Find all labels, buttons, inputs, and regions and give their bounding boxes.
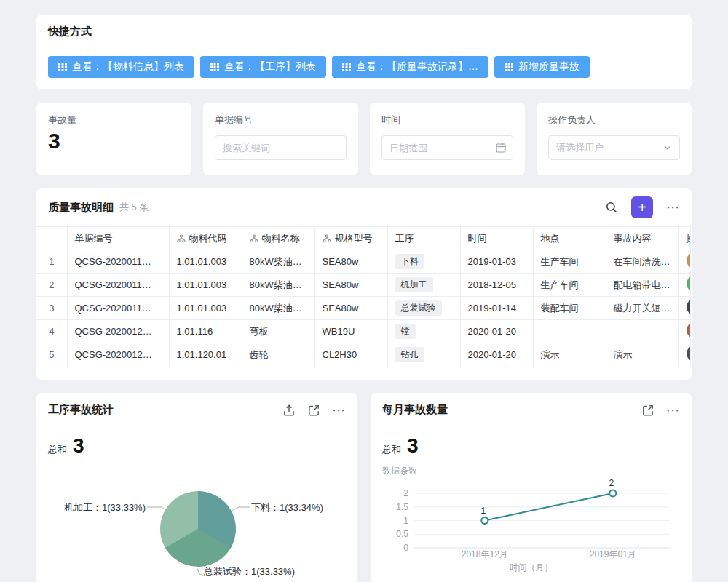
column-header-material-code[interactable]: 物料代码 — [169, 227, 242, 250]
cell-spec: SEA80w — [314, 274, 387, 297]
cell-spec: WB19U — [314, 320, 387, 343]
export-icon[interactable] — [282, 404, 296, 417]
cell-material-name: 80kW柴油… — [242, 297, 314, 320]
process-tag: 机加工 — [395, 277, 433, 292]
add-record-button[interactable]: + — [631, 196, 653, 218]
cell-content: 演示 — [606, 343, 678, 367]
cell-place: 生产车间 — [533, 250, 606, 274]
column-header-content[interactable]: 事故内容 — [606, 227, 678, 250]
shortcut-button-view-process-list[interactable]: 查看：【工序】列表 — [200, 56, 326, 78]
filter-label: 单据编号 — [215, 113, 347, 127]
cell-material-name: 齿轮 — [242, 343, 314, 367]
more-options-icon[interactable]: ⋯ — [666, 201, 680, 214]
cell-spec: CL2H30 — [314, 343, 387, 367]
pie-slice-label: 下料：1(33.34%) — [251, 501, 323, 514]
process-tag: 总装试验 — [395, 300, 442, 316]
more-options-icon[interactable]: ⋯ — [332, 404, 346, 417]
user-select-placeholder: 请选择用户 — [556, 141, 604, 154]
column-header-process[interactable]: 工序 — [387, 227, 460, 250]
column-header-label: 地点 — [541, 232, 560, 245]
chart-title: 工序事故统计 — [48, 403, 114, 417]
open-in-new-icon[interactable] — [307, 404, 320, 417]
open-in-new-icon[interactable] — [641, 404, 654, 417]
user-select[interactable]: 请选择用户 — [548, 135, 680, 160]
cell-material-code: 1.01.116 — [169, 320, 242, 343]
column-header-label: 物料代码 — [189, 232, 227, 245]
chart-title: 每月事故数量 — [382, 403, 448, 417]
svg-text:2018年12月: 2018年12月 — [462, 549, 508, 559]
cell-place: 生产车间 — [533, 274, 606, 297]
doc-number-search-input[interactable] — [215, 135, 347, 160]
cell-owner — [678, 320, 690, 343]
row-index: 4 — [36, 320, 67, 343]
dashboard-page: 快捷方式 查看：【物料信息】列表 查看：【工序】列表 查看：【质量事故记录】… … — [0, 0, 728, 582]
column-header-material-name[interactable]: 物料名称 — [242, 227, 314, 250]
stat-label: 事故量 — [48, 113, 180, 127]
total-label: 总和 — [382, 443, 401, 456]
chevron-down-icon — [663, 143, 672, 152]
filter-card-operator: 操作负责人 请选择用户 — [537, 103, 692, 175]
date-range-input[interactable] — [381, 135, 513, 160]
column-header-label: 规格型号 — [335, 232, 373, 245]
row-index: 1 — [36, 250, 67, 274]
avatar — [687, 299, 691, 315]
shortcut-button-label: 查看：【工序】列表 — [224, 60, 316, 73]
cell-doc-number: QCSG-2020011… — [67, 250, 169, 274]
cell-time: 2020-01-20 — [460, 343, 533, 367]
cell-process: 下料 — [387, 250, 460, 274]
x-axis-title: 时间（月） — [382, 562, 680, 574]
table-header-row: 单据编号 物料代码 物料名称 规格型号 工序 时间 地点 事故内容 操 — [36, 227, 690, 250]
grid-icon — [342, 63, 351, 71]
column-header-label: 时间 — [468, 232, 487, 245]
svg-text:2: 2 — [403, 488, 408, 498]
cell-process: 钻孔 — [387, 343, 460, 367]
shortcut-button-view-accident-records[interactable]: 查看：【质量事故记录】… — [332, 56, 488, 78]
cell-place — [533, 320, 606, 343]
column-header-place[interactable]: 地点 — [533, 227, 606, 250]
column-header-spec[interactable]: 规格型号 — [314, 227, 387, 250]
table-row[interactable]: 3 QCSG-2020011… 1.01.01.003 80kW柴油… SEA8… — [36, 297, 690, 320]
cell-material-code: 1.01.01.003 — [169, 250, 242, 274]
cell-owner — [678, 343, 690, 367]
cell-doc-number: QCSG-2020012… — [67, 320, 169, 343]
table-row[interactable]: 5 QCSG-2020012… 1.01.120.01 齿轮 CL2H30 钻孔… — [36, 343, 690, 367]
stat-value: 3 — [48, 129, 180, 153]
column-header-time[interactable]: 时间 — [460, 227, 533, 250]
lookup-icon — [250, 234, 258, 243]
total-label: 总和 — [48, 443, 67, 456]
avatar — [687, 252, 691, 268]
lookup-icon — [323, 234, 331, 243]
column-header-owner[interactable]: 操 — [678, 227, 690, 250]
shortcuts-body: 查看：【物料信息】列表 查看：【工序】列表 查看：【质量事故记录】… 新增质量事… — [36, 47, 692, 89]
shortcut-button-add-accident[interactable]: 新增质量事故 — [494, 56, 590, 78]
cell-time: 2019-01-03 — [460, 250, 533, 274]
filter-card-time: 时间 — [370, 103, 525, 175]
cell-material-name: 80kW柴油… — [242, 274, 314, 297]
svg-text:1.5: 1.5 — [396, 502, 408, 512]
cell-time: 2018-12-05 — [460, 274, 533, 297]
table-row[interactable]: 4 QCSG-2020012… 1.01.116 弯板 WB19U 镗 2020… — [36, 320, 690, 343]
filter-label: 操作负责人 — [548, 113, 680, 127]
column-header-label: 工序 — [395, 232, 414, 245]
avatar — [687, 322, 691, 338]
cell-material-code: 1.01.01.003 — [169, 274, 242, 297]
calendar-icon — [495, 142, 507, 154]
pie-slice-label: 机加工：1(33.33%) — [48, 501, 146, 514]
cell-time: 2020-01-20 — [460, 320, 533, 343]
table-row[interactable]: 2 QCSG-2020011… 1.01.01.003 80kW柴油… SEA8… — [36, 274, 690, 297]
cell-content — [606, 320, 678, 343]
grid-icon — [210, 63, 219, 71]
cell-material-name: 80kW柴油… — [242, 250, 314, 274]
search-icon[interactable] — [605, 201, 618, 214]
monthly-chart-card: 每月事故数量 ⋯ 总和 3 数据条数 00.511.522018年12月1201… — [371, 393, 692, 582]
svg-text:2: 2 — [609, 479, 614, 488]
column-header-doc-number[interactable]: 单据编号 — [67, 227, 169, 250]
shortcut-button-view-material-list[interactable]: 查看：【物料信息】列表 — [48, 56, 194, 78]
more-options-icon[interactable]: ⋯ — [666, 404, 680, 417]
cell-time: 2019-01-14 — [460, 297, 533, 320]
row-index: 5 — [36, 343, 67, 367]
total-value: 3 — [73, 436, 84, 456]
stat-card-accident-count: 事故量 3 — [36, 103, 191, 175]
process-tag: 钻孔 — [395, 347, 424, 362]
table-row[interactable]: 1 QCSG-2020011… 1.01.01.003 80kW柴油… SEA8… — [36, 250, 690, 274]
